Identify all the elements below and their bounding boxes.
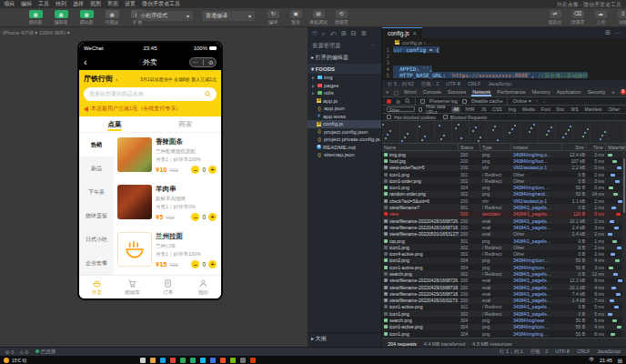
file-item[interactable]: JSapp.js [308, 97, 381, 106]
compile-select[interactable]: 普通编译 ▾ [202, 11, 255, 21]
taskbar-app-icon[interactable] [240, 358, 246, 363]
file-item[interactable]: {}app.json [308, 105, 381, 113]
status-item[interactable]: JavaScript [597, 349, 621, 355]
devtools-tab-Memory[interactable]: Memory [531, 87, 551, 96]
filter-pill-All[interactable]: All [451, 106, 460, 113]
search-input[interactable]: 搜索你想要的商品名称 [84, 87, 217, 101]
store-name[interactable]: 厅铁行街 [84, 74, 113, 84]
collapse-icon[interactable]: ⊟ [351, 30, 357, 37]
file-item[interactable]: #app.wxss [308, 113, 381, 121]
devtools-tab-Console[interactable]: Console [422, 87, 442, 96]
category-新品[interactable]: 新品 [79, 157, 114, 180]
network-row[interactable]: view/filename?301/ Redirect34084/1_pagel… [382, 204, 626, 210]
column-header-Time[interactable]: Time [587, 144, 606, 150]
network-overview-timeline[interactable] [382, 121, 626, 144]
category-下午茶[interactable]: 下午茶 [79, 180, 114, 204]
tabbar-购物车[interactable]: 购物车 [115, 276, 150, 298]
throttling-select[interactable]: Online ▾ [512, 98, 530, 104]
network-row[interactable]: icon1.png304png34084/img/img…50 B6 ms [382, 330, 626, 337]
menu-item[interactable]: 选择 [73, 0, 84, 8]
file-item[interactable]: ▸utils [308, 89, 381, 97]
network-row[interactable]: view/filename-20220426/1668726…200eval34… [382, 217, 626, 224]
filter-pill-Font[interactable]: Font [540, 106, 552, 113]
status-item[interactable]: 行 1，列 1 [500, 349, 523, 355]
minimize-icon[interactable]: ⊙ [208, 59, 213, 66]
network-row[interactable]: icon1.png304png34084/img/icon…50 B0 ms [382, 184, 626, 190]
toolbar-action-清缓存[interactable]: ⟲清缓存 [332, 10, 350, 25]
device-selector[interactable]: iPhone 6/7/8 ▾ 100% WiFi ▾ [3, 29, 70, 35]
filter-pill-Img[interactable]: Img [507, 106, 518, 113]
devtools-tab-Wxml[interactable]: Wxml [403, 87, 418, 96]
network-row[interactable]: check?aid=5&uid=6200xhrVM2/asdasd.js:11.… [382, 197, 626, 204]
menu-item[interactable]: 编辑 [21, 0, 32, 8]
network-row[interactable]: icon1-order.png302/ RedirectOther0 B3 ms [382, 177, 626, 184]
split-editor-icon[interactable]: ⊞ [605, 29, 611, 36]
taskbar-app-icon[interactable] [150, 358, 156, 363]
menu-item[interactable]: 界面 [107, 0, 118, 8]
device-toolbar-icon[interactable]: ▢ [393, 89, 399, 96]
hide-data-urls-checkbox[interactable] [419, 107, 422, 112]
dish-row[interactable]: 香辣面条三种配菜随机搭配月售1｜好评率100%¥10¥20–0+ [117, 136, 218, 183]
minus-icon[interactable]: – [191, 260, 199, 268]
network-row[interactable]: view/filename-20220429/1668718…200eval34… [382, 284, 626, 290]
table-scrollbar[interactable] [622, 151, 626, 338]
notification-icon[interactable]: ▤ [618, 358, 622, 363]
file-item[interactable]: MREADME.md [308, 144, 381, 152]
status-item[interactable]: UTF-8 [555, 349, 570, 355]
network-row[interactable]: img.png200png34084/img/img.p…12.4 kB2 ms [382, 151, 626, 157]
network-row[interactable]: icon1-active.png304png34084/img/icon…50 … [382, 324, 626, 330]
network-row[interactable]: icon1.png302/ RedirectOther0 B2 ms [382, 244, 626, 250]
network-row[interactable]: view-order?act=5200xhrVM2/asdasd.js:12.2… [382, 165, 626, 171]
taskbar-app-icon[interactable] [140, 358, 146, 363]
taskbar-app-icon[interactable] [200, 358, 206, 363]
file-item[interactable]: {}project.config.json [308, 128, 381, 136]
tab-点菜[interactable]: 点菜 [79, 116, 150, 132]
toolbar-action-预览[interactable]: ▣预览 [287, 10, 305, 25]
filter-pill-JS[interactable]: JS [480, 106, 489, 113]
checkbox-Has blocked cookies[interactable]: Has blocked cookies [387, 115, 436, 120]
plus-icon[interactable]: + [208, 213, 217, 221]
status-item[interactable]: 空格：2 [530, 349, 549, 355]
network-row[interactable]: search.png302/ Redirect34084/1_pagelis…0… [382, 270, 626, 277]
file-item[interactable]: ▸img [308, 74, 381, 82]
refresh-icon[interactable]: ⤺ [329, 30, 336, 37]
file-item[interactable]: ▸pages [308, 82, 381, 90]
code-editor[interactable]: 1var config = {234 APPID: '',5 HTTP_BASE… [382, 46, 626, 79]
column-header-Type[interactable]: Type [480, 144, 511, 150]
menu-item[interactable]: 转到 [56, 0, 66, 8]
close-icon[interactable]: × [413, 30, 417, 36]
problems-counter[interactable]: ⊘ 0 [5, 349, 14, 355]
devtools-tab-Network[interactable]: Network [471, 87, 491, 96]
filter-pill-XHR[interactable]: XHR [463, 106, 477, 113]
file-item[interactable]: JSconfig.js [308, 120, 381, 128]
checkbox-icon[interactable] [387, 115, 391, 119]
column-header-Initiator[interactable]: Initiator [511, 144, 562, 150]
taskbar-app-icon[interactable] [180, 358, 186, 363]
search-icon[interactable]: ⌕ [321, 30, 325, 37]
tabbar-外卖[interactable]: 外卖 [79, 276, 115, 298]
toolbar-action-详情[interactable]: ≡详情 [614, 10, 626, 25]
menu-item[interactable]: 项目 [4, 0, 15, 8]
menu-item[interactable]: 工具 [38, 0, 49, 8]
minus-icon[interactable]: – [191, 213, 199, 221]
clear-icon[interactable]: ⊘ [396, 98, 400, 105]
dish-row[interactable]: 兰州拉面三种口味月售1｜好评率100%¥15¥20–0+ [117, 230, 218, 275]
filter-pill-CSS[interactable]: CSS [490, 106, 503, 113]
toolbar-action-真机调试[interactable]: ▤真机调试 [309, 10, 328, 25]
input-method-indicator[interactable]: 中 [590, 357, 595, 363]
tabbar-我的[interactable]: 我的 [186, 276, 221, 298]
open-editors-section[interactable]: ▸ 打开的编辑器 [308, 52, 381, 64]
filter-input[interactable]: Filter [387, 106, 415, 112]
status-item[interactable]: CRLF [577, 349, 590, 355]
wechat-capsule[interactable]: ··· ⊙ [189, 57, 217, 67]
filter-pill-Other[interactable]: Other [606, 106, 621, 113]
category-企业套餐[interactable]: 企业套餐 [79, 251, 114, 275]
clock-label[interactable]: 21:45 [600, 358, 612, 363]
gear-icon[interactable]: ⚙ [361, 30, 367, 37]
menu-item[interactable]: 设置 [125, 0, 136, 8]
column-header-Size[interactable]: Size [562, 144, 587, 150]
devtools-tab-Security[interactable]: Security [587, 87, 607, 96]
more-icon[interactable]: ··· [615, 30, 621, 36]
record-icon[interactable] [387, 99, 391, 104]
disable-cache-checkbox[interactable] [462, 99, 467, 104]
